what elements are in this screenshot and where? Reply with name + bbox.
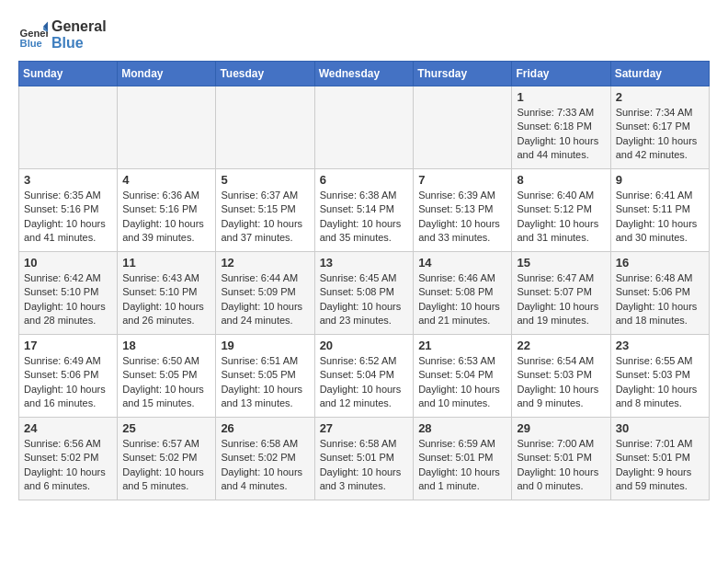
day-cell: 11Sunrise: 6:43 AM Sunset: 5:10 PM Dayli… bbox=[118, 252, 216, 335]
day-number: 15 bbox=[517, 256, 605, 270]
day-cell: 3Sunrise: 6:35 AM Sunset: 5:16 PM Daylig… bbox=[19, 169, 118, 252]
day-cell: 12Sunrise: 6:44 AM Sunset: 5:09 PM Dayli… bbox=[216, 252, 314, 335]
day-cell: 9Sunrise: 6:41 AM Sunset: 5:11 PM Daylig… bbox=[610, 169, 709, 252]
day-cell: 2Sunrise: 7:34 AM Sunset: 6:17 PM Daylig… bbox=[610, 86, 709, 169]
day-cell: 27Sunrise: 6:58 AM Sunset: 5:01 PM Dayli… bbox=[314, 418, 414, 500]
day-info: Sunrise: 7:00 AM Sunset: 5:01 PM Dayligh… bbox=[517, 437, 605, 494]
day-number: 1 bbox=[517, 90, 605, 104]
day-info: Sunrise: 6:47 AM Sunset: 5:07 PM Dayligh… bbox=[517, 271, 605, 328]
day-info: Sunrise: 6:44 AM Sunset: 5:09 PM Dayligh… bbox=[221, 271, 309, 328]
logo-general: General bbox=[51, 18, 107, 35]
day-number: 25 bbox=[122, 421, 210, 435]
day-cell: 5Sunrise: 6:37 AM Sunset: 5:15 PM Daylig… bbox=[216, 169, 314, 252]
day-cell: 18Sunrise: 6:50 AM Sunset: 5:05 PM Dayli… bbox=[118, 335, 216, 418]
day-info: Sunrise: 6:53 AM Sunset: 5:04 PM Dayligh… bbox=[418, 354, 506, 411]
day-info: Sunrise: 6:35 AM Sunset: 5:16 PM Dayligh… bbox=[24, 189, 112, 246]
day-cell: 6Sunrise: 6:38 AM Sunset: 5:14 PM Daylig… bbox=[314, 169, 414, 252]
day-cell: 28Sunrise: 6:59 AM Sunset: 5:01 PM Dayli… bbox=[414, 418, 512, 500]
calendar-header-row: SundayMondayTuesdayWednesdayThursdayFrid… bbox=[19, 62, 710, 86]
day-number: 8 bbox=[517, 173, 605, 187]
day-number: 7 bbox=[418, 173, 506, 187]
day-info: Sunrise: 6:50 AM Sunset: 5:05 PM Dayligh… bbox=[122, 354, 210, 411]
logo: General Blue General Blue bbox=[18, 18, 107, 52]
day-number: 24 bbox=[24, 421, 112, 435]
logo-icon: General Blue bbox=[18, 20, 48, 50]
header-sunday: Sunday bbox=[19, 62, 118, 86]
day-info: Sunrise: 6:46 AM Sunset: 5:08 PM Dayligh… bbox=[418, 271, 506, 328]
day-info: Sunrise: 6:42 AM Sunset: 5:10 PM Dayligh… bbox=[24, 271, 112, 328]
header-thursday: Thursday bbox=[414, 62, 512, 86]
day-number: 20 bbox=[320, 339, 409, 352]
day-cell bbox=[216, 86, 314, 169]
header-monday: Monday bbox=[118, 62, 216, 86]
day-cell: 4Sunrise: 6:36 AM Sunset: 5:16 PM Daylig… bbox=[118, 169, 216, 252]
day-cell: 24Sunrise: 6:56 AM Sunset: 5:02 PM Dayli… bbox=[19, 418, 118, 500]
day-number: 30 bbox=[616, 421, 704, 435]
day-number: 23 bbox=[616, 339, 704, 352]
day-info: Sunrise: 6:45 AM Sunset: 5:08 PM Dayligh… bbox=[320, 271, 409, 328]
header-friday: Friday bbox=[512, 62, 610, 86]
day-info: Sunrise: 6:41 AM Sunset: 5:11 PM Dayligh… bbox=[616, 189, 704, 246]
week-row-3: 17Sunrise: 6:49 AM Sunset: 5:06 PM Dayli… bbox=[19, 335, 710, 418]
day-info: Sunrise: 6:38 AM Sunset: 5:14 PM Dayligh… bbox=[320, 189, 409, 246]
day-cell: 10Sunrise: 6:42 AM Sunset: 5:10 PM Dayli… bbox=[19, 252, 118, 335]
day-info: Sunrise: 6:36 AM Sunset: 5:16 PM Dayligh… bbox=[122, 189, 210, 246]
svg-text:Blue: Blue bbox=[20, 38, 42, 49]
day-number: 13 bbox=[320, 256, 409, 270]
day-info: Sunrise: 7:01 AM Sunset: 5:01 PM Dayligh… bbox=[616, 437, 704, 494]
logo-blue: Blue bbox=[51, 35, 107, 52]
day-number: 12 bbox=[221, 256, 309, 270]
day-info: Sunrise: 6:56 AM Sunset: 5:02 PM Dayligh… bbox=[24, 437, 112, 494]
day-number: 27 bbox=[320, 421, 409, 435]
day-cell: 20Sunrise: 6:52 AM Sunset: 5:04 PM Dayli… bbox=[314, 335, 414, 418]
day-cell bbox=[19, 86, 118, 169]
day-cell: 26Sunrise: 6:58 AM Sunset: 5:02 PM Dayli… bbox=[216, 418, 314, 500]
day-info: Sunrise: 6:51 AM Sunset: 5:05 PM Dayligh… bbox=[221, 354, 309, 411]
header-saturday: Saturday bbox=[610, 62, 709, 86]
day-number: 4 bbox=[122, 173, 210, 187]
day-info: Sunrise: 6:49 AM Sunset: 5:06 PM Dayligh… bbox=[24, 354, 112, 411]
day-info: Sunrise: 6:40 AM Sunset: 5:12 PM Dayligh… bbox=[517, 189, 605, 246]
week-row-4: 24Sunrise: 6:56 AM Sunset: 5:02 PM Dayli… bbox=[19, 418, 710, 500]
day-info: Sunrise: 6:54 AM Sunset: 5:03 PM Dayligh… bbox=[517, 354, 605, 411]
day-cell: 14Sunrise: 6:46 AM Sunset: 5:08 PM Dayli… bbox=[414, 252, 512, 335]
day-info: Sunrise: 6:55 AM Sunset: 5:03 PM Dayligh… bbox=[616, 354, 704, 411]
day-number: 2 bbox=[616, 90, 704, 104]
day-number: 3 bbox=[24, 173, 112, 187]
day-number: 10 bbox=[24, 256, 112, 270]
day-cell: 8Sunrise: 6:40 AM Sunset: 5:12 PM Daylig… bbox=[512, 169, 610, 252]
calendar: SundayMondayTuesdayWednesdayThursdayFrid… bbox=[18, 61, 710, 500]
day-info: Sunrise: 7:34 AM Sunset: 6:17 PM Dayligh… bbox=[616, 106, 704, 163]
day-info: Sunrise: 6:43 AM Sunset: 5:10 PM Dayligh… bbox=[122, 271, 210, 328]
day-number: 21 bbox=[418, 339, 506, 352]
day-info: Sunrise: 6:58 AM Sunset: 5:02 PM Dayligh… bbox=[221, 437, 309, 494]
header-tuesday: Tuesday bbox=[216, 62, 314, 86]
day-cell: 30Sunrise: 7:01 AM Sunset: 5:01 PM Dayli… bbox=[610, 418, 709, 500]
day-cell: 29Sunrise: 7:00 AM Sunset: 5:01 PM Dayli… bbox=[512, 418, 610, 500]
day-info: Sunrise: 6:57 AM Sunset: 5:02 PM Dayligh… bbox=[122, 437, 210, 494]
day-number: 11 bbox=[122, 256, 210, 270]
day-number: 26 bbox=[221, 421, 309, 435]
day-cell: 13Sunrise: 6:45 AM Sunset: 5:08 PM Dayli… bbox=[314, 252, 414, 335]
day-number: 5 bbox=[221, 173, 309, 187]
day-number: 6 bbox=[320, 173, 409, 187]
day-number: 14 bbox=[418, 256, 506, 270]
day-cell: 1Sunrise: 7:33 AM Sunset: 6:18 PM Daylig… bbox=[512, 86, 610, 169]
header-wednesday: Wednesday bbox=[314, 62, 414, 86]
day-info: Sunrise: 6:52 AM Sunset: 5:04 PM Dayligh… bbox=[320, 354, 409, 411]
day-number: 18 bbox=[122, 339, 210, 352]
day-cell bbox=[118, 86, 216, 169]
day-info: Sunrise: 6:48 AM Sunset: 5:06 PM Dayligh… bbox=[616, 271, 704, 328]
day-number: 16 bbox=[616, 256, 704, 270]
day-cell: 25Sunrise: 6:57 AM Sunset: 5:02 PM Dayli… bbox=[118, 418, 216, 500]
day-number: 22 bbox=[517, 339, 605, 352]
week-row-0: 1Sunrise: 7:33 AM Sunset: 6:18 PM Daylig… bbox=[19, 86, 710, 169]
day-number: 29 bbox=[517, 421, 605, 435]
week-row-1: 3Sunrise: 6:35 AM Sunset: 5:16 PM Daylig… bbox=[19, 169, 710, 252]
day-cell: 16Sunrise: 6:48 AM Sunset: 5:06 PM Dayli… bbox=[610, 252, 709, 335]
day-cell: 7Sunrise: 6:39 AM Sunset: 5:13 PM Daylig… bbox=[414, 169, 512, 252]
day-cell: 17Sunrise: 6:49 AM Sunset: 5:06 PM Dayli… bbox=[19, 335, 118, 418]
day-cell: 22Sunrise: 6:54 AM Sunset: 5:03 PM Dayli… bbox=[512, 335, 610, 418]
day-cell: 15Sunrise: 6:47 AM Sunset: 5:07 PM Dayli… bbox=[512, 252, 610, 335]
day-info: Sunrise: 6:59 AM Sunset: 5:01 PM Dayligh… bbox=[418, 437, 506, 494]
